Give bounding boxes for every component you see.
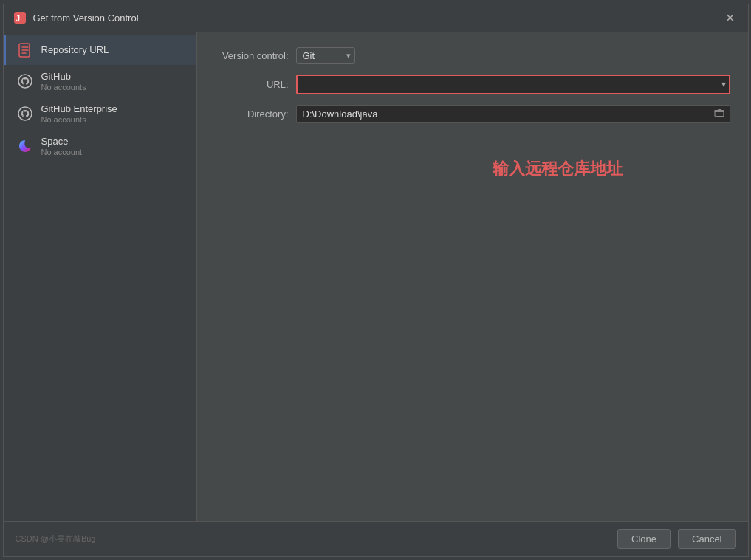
version-control-select[interactable]: Git bbox=[296, 47, 355, 64]
sidebar-item-github-enterprise[interactable]: GitHub Enterprise No accounts bbox=[4, 97, 196, 130]
directory-row: Directory: bbox=[215, 105, 730, 123]
svg-text:J: J bbox=[16, 14, 20, 23]
github-icon bbox=[16, 72, 34, 90]
sidebar-repository-url-text: Repository URL bbox=[41, 44, 109, 55]
cancel-button[interactable]: Cancel bbox=[678, 529, 735, 549]
watermark-text: CSDN @小吴在敲Bug bbox=[16, 533, 611, 545]
close-button[interactable]: ✕ bbox=[721, 9, 739, 27]
version-control-label: Version control: bbox=[215, 50, 296, 61]
sidebar-item-space[interactable]: Space No account bbox=[4, 130, 196, 162]
sidebar-github-label: GitHub bbox=[41, 71, 86, 82]
repo-icon bbox=[16, 41, 34, 59]
directory-browse-button[interactable] bbox=[711, 106, 727, 122]
url-dropdown-button[interactable]: ▾ bbox=[719, 77, 729, 91]
sidebar: Repository URL GitHub No accounts bbox=[4, 32, 197, 521]
sidebar-space-sublabel: No account bbox=[41, 148, 83, 156]
svg-point-4 bbox=[18, 107, 32, 120]
main-content: Version control: Git URL: ▾ bbox=[197, 32, 748, 521]
directory-label: Directory: bbox=[215, 108, 296, 120]
sidebar-space-text: Space No account bbox=[41, 136, 83, 156]
svg-point-3 bbox=[18, 75, 32, 88]
sidebar-space-label: Space bbox=[41, 136, 83, 147]
url-label: URL: bbox=[215, 79, 296, 90]
version-control-wrap: Git bbox=[296, 47, 730, 64]
url-input-wrap: ▾ bbox=[296, 75, 730, 94]
version-control-row: Version control: Git bbox=[215, 47, 730, 64]
annotation-text: 输入远程仓库地址 bbox=[493, 158, 623, 180]
directory-input-wrap bbox=[296, 105, 730, 123]
sidebar-github-sublabel: No accounts bbox=[41, 83, 86, 91]
dialog-footer: CSDN @小吴在敲Bug Clone Cancel bbox=[4, 521, 748, 556]
app-icon: J bbox=[13, 10, 27, 25]
space-icon bbox=[16, 137, 34, 155]
dialog-title: Get from Version Control bbox=[33, 13, 721, 24]
sidebar-github-enterprise-text: GitHub Enterprise No accounts bbox=[41, 103, 117, 124]
svg-rect-5 bbox=[715, 111, 724, 117]
sidebar-github-enterprise-sublabel: No accounts bbox=[41, 115, 117, 124]
clone-button[interactable]: Clone bbox=[617, 529, 671, 549]
get-from-vcs-dialog: J Get from Version Control ✕ Repository … bbox=[3, 4, 749, 557]
url-input[interactable] bbox=[296, 75, 730, 94]
sidebar-repository-url-label: Repository URL bbox=[41, 44, 109, 55]
sidebar-github-enterprise-label: GitHub Enterprise bbox=[41, 103, 117, 114]
sidebar-item-github[interactable]: GitHub No accounts bbox=[4, 65, 196, 97]
sidebar-github-text: GitHub No accounts bbox=[41, 71, 86, 91]
directory-input[interactable] bbox=[296, 105, 730, 123]
github-enterprise-icon bbox=[16, 105, 34, 122]
dialog-body: Repository URL GitHub No accounts bbox=[4, 32, 748, 521]
title-bar: J Get from Version Control ✕ bbox=[4, 4, 748, 32]
url-row: URL: ▾ bbox=[215, 75, 730, 94]
version-control-select-wrap: Git bbox=[296, 47, 355, 64]
sidebar-item-repository-url[interactable]: Repository URL bbox=[4, 35, 196, 65]
